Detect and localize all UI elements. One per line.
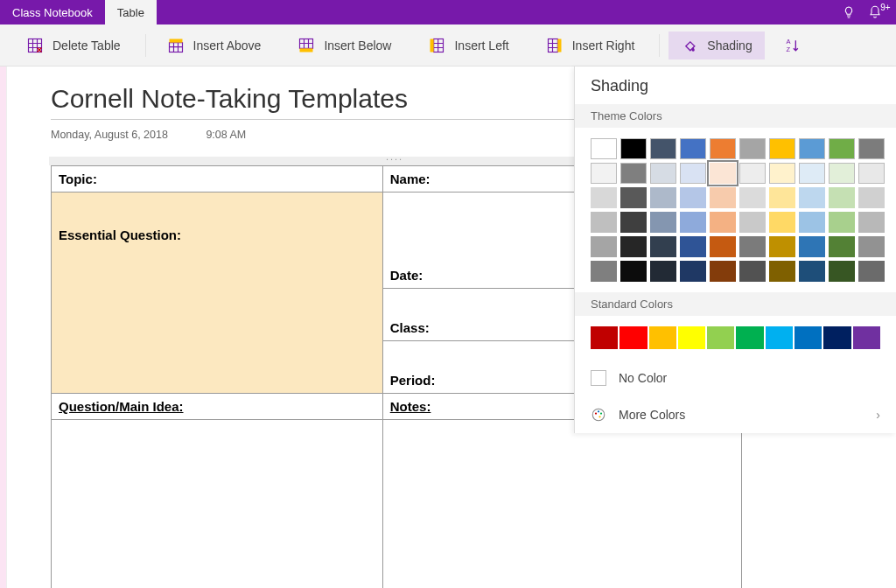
theme-swatch[interactable] [710, 236, 736, 257]
svg-point-12 [595, 412, 597, 414]
cell-question-body[interactable] [52, 420, 383, 589]
theme-swatch[interactable] [680, 187, 706, 208]
theme-swatch[interactable] [829, 163, 855, 184]
theme-swatch[interactable] [858, 163, 885, 184]
theme-swatch[interactable] [829, 212, 855, 233]
svg-rect-4 [300, 48, 313, 52]
theme-swatch[interactable] [710, 261, 736, 282]
theme-swatch[interactable] [858, 212, 885, 233]
standard-swatch[interactable] [707, 326, 734, 349]
tab-class-notebook[interactable]: Class Notebook [0, 0, 105, 24]
theme-swatch[interactable] [710, 212, 736, 233]
theme-swatch[interactable] [650, 138, 676, 159]
theme-swatch[interactable] [799, 236, 825, 257]
theme-swatch[interactable] [680, 163, 706, 184]
theme-swatch[interactable] [769, 212, 795, 233]
shading-button[interactable]: Shading [668, 32, 764, 60]
theme-swatch[interactable] [650, 187, 676, 208]
theme-swatch[interactable] [739, 163, 766, 184]
theme-swatch[interactable] [620, 187, 647, 208]
theme-swatch[interactable] [829, 261, 855, 282]
theme-swatch[interactable] [680, 138, 706, 159]
shading-label: Shading [707, 38, 752, 52]
standard-swatch[interactable] [649, 326, 676, 349]
theme-swatch[interactable] [620, 261, 647, 282]
standard-swatch[interactable] [823, 326, 850, 349]
standard-swatch[interactable] [678, 326, 705, 349]
no-color-row[interactable]: No Color [575, 360, 896, 396]
standard-swatch[interactable] [794, 326, 822, 349]
theme-swatch[interactable] [650, 236, 676, 257]
notification-badge: 9+ [880, 3, 890, 12]
theme-swatch[interactable] [650, 163, 676, 184]
standard-swatch[interactable] [766, 326, 793, 349]
more-colors-row[interactable]: More Colors › [575, 396, 896, 433]
theme-swatch[interactable] [650, 261, 676, 282]
ribbon-separator [145, 34, 146, 57]
theme-swatch[interactable] [591, 138, 617, 159]
sort-button[interactable]: AZ [777, 32, 808, 60]
insert-above-button[interactable]: Insert Above [155, 32, 274, 60]
theme-swatch[interactable] [739, 236, 766, 257]
cell-essential-question[interactable]: Essential Question: [52, 192, 383, 394]
theme-swatch[interactable] [739, 187, 766, 208]
no-color-swatch-icon [591, 370, 606, 386]
theme-swatch[interactable] [829, 187, 855, 208]
theme-swatch[interactable] [769, 187, 795, 208]
insert-left-label: Insert Left [454, 38, 508, 52]
insert-left-button[interactable]: Insert Left [416, 32, 521, 60]
svg-rect-6 [430, 38, 434, 52]
theme-swatch[interactable] [829, 138, 855, 159]
theme-swatch[interactable] [799, 261, 825, 282]
theme-swatch[interactable] [769, 261, 795, 282]
standard-swatch[interactable] [620, 326, 647, 349]
theme-swatch[interactable] [769, 138, 795, 159]
theme-swatch[interactable] [710, 187, 736, 208]
cell-question-main[interactable]: Question/Main Idea: [52, 394, 383, 420]
theme-colors-label: Theme Colors [575, 104, 896, 128]
theme-swatch[interactable] [739, 212, 766, 233]
theme-swatch[interactable] [799, 187, 825, 208]
theme-swatch[interactable] [680, 261, 706, 282]
theme-swatch[interactable] [620, 212, 647, 233]
page-title[interactable]: Cornell Note-Taking Templates [51, 84, 576, 114]
theme-swatch[interactable] [739, 138, 766, 159]
delete-table-button[interactable]: Delete Table [14, 32, 133, 60]
theme-swatch[interactable] [769, 236, 795, 257]
theme-swatch[interactable] [858, 187, 885, 208]
theme-swatch[interactable] [710, 138, 736, 159]
theme-swatch[interactable] [799, 212, 825, 233]
theme-swatch[interactable] [858, 261, 885, 282]
bell-icon[interactable]: 9+ [864, 0, 896, 24]
theme-swatch[interactable] [680, 236, 706, 257]
theme-swatch[interactable] [858, 236, 885, 257]
theme-swatch[interactable] [591, 261, 617, 282]
theme-swatch[interactable] [591, 236, 617, 257]
cell-topic[interactable]: Topic: [52, 166, 383, 192]
theme-swatch[interactable] [591, 187, 617, 208]
theme-swatch[interactable] [799, 138, 825, 159]
theme-swatch[interactable] [769, 163, 795, 184]
standard-swatch[interactable] [591, 326, 618, 349]
insert-below-button[interactable]: Insert Below [285, 32, 403, 60]
theme-swatch[interactable] [591, 212, 617, 233]
theme-swatch[interactable] [620, 236, 647, 257]
page-date: Monday, August 6, 2018 [51, 129, 168, 141]
theme-swatch[interactable] [591, 163, 617, 184]
theme-swatch[interactable] [680, 212, 706, 233]
theme-swatch[interactable] [799, 163, 825, 184]
insert-right-button[interactable]: Insert Right [534, 32, 648, 60]
lightbulb-icon[interactable] [833, 0, 864, 24]
theme-swatch[interactable] [650, 212, 676, 233]
theme-swatch[interactable] [829, 236, 855, 257]
theme-swatch[interactable] [739, 261, 766, 282]
tab-table[interactable]: Table [105, 0, 157, 24]
theme-swatch[interactable] [858, 138, 885, 159]
theme-swatch[interactable] [620, 163, 647, 184]
standard-swatch[interactable] [853, 326, 880, 349]
standard-swatch[interactable] [736, 326, 763, 349]
theme-swatch[interactable] [710, 163, 736, 184]
svg-point-13 [598, 410, 599, 412]
theme-swatch[interactable] [620, 138, 647, 159]
cell-notes-body[interactable] [382, 420, 741, 589]
